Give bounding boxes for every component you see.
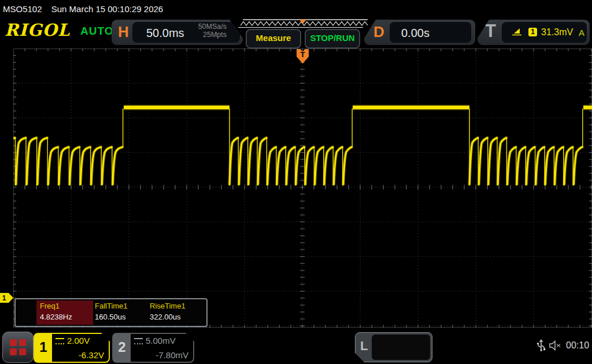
rigol-logo: RIGOL xyxy=(5,20,70,40)
measurement-value: 160.50us xyxy=(95,313,126,321)
trigger-settings-widget[interactable]: T 1 31.3mV A xyxy=(478,20,590,45)
dc-coupling-icon xyxy=(134,338,143,344)
oscilloscope-screen: { "titlebar": { "model": "MSO5102", "dat… xyxy=(0,0,592,364)
dc-coupling-icon xyxy=(56,338,64,344)
measurement-label: Freq1 xyxy=(40,302,60,310)
delay-value: 0.00s xyxy=(401,27,430,40)
speaker-muted-icon[interactable] xyxy=(549,340,563,351)
title-bar: MSO5102 Sun March 15 00:10:29 2026 xyxy=(0,0,592,17)
waveform-display-area[interactable]: T xyxy=(13,49,592,328)
channel2-offset: -7.80mV xyxy=(156,350,188,360)
trigger-slope-icon xyxy=(511,27,523,37)
timebase-value: 50.0ms xyxy=(146,27,184,40)
ground-marker-number: 1 xyxy=(2,294,6,302)
channel2-settings: 5.00mV -7.80mV xyxy=(134,336,188,360)
runtime-clock: 00:10 xyxy=(566,340,589,351)
logic-label: L xyxy=(360,339,368,354)
channel1-settings: 2.00V -6.32V xyxy=(56,336,104,360)
channel1-badge[interactable]: 1 2.00V -6.32V xyxy=(34,333,110,363)
horizontal-label: H xyxy=(118,23,129,41)
trigger-level-value: 31.3mV xyxy=(541,27,573,38)
window-layout-button[interactable] xyxy=(2,332,34,363)
usb-icon xyxy=(536,339,546,352)
toolbar: RIGOL AUTO H 50.0ms 50MSa/s 25Mpts Measu… xyxy=(0,17,592,49)
measurement-value: 4.8238Hz xyxy=(40,313,72,321)
model-name: MSO5102 xyxy=(3,4,42,14)
channel1-scale: 2.00V xyxy=(67,336,90,346)
trigger-label: T xyxy=(485,21,496,42)
delay-label: D xyxy=(373,23,384,41)
graticule-and-waveform xyxy=(13,49,592,328)
logic-row1: 0 1 2 3 4 5 6 7 xyxy=(377,359,430,364)
measurement-label: RiseTime1 xyxy=(150,302,186,310)
measurement-label: FallTime1 xyxy=(95,302,128,310)
trigger-position-marker[interactable]: T xyxy=(297,49,309,64)
channel-status-bar: 1 2.00V -6.32V 2 5.00mV -7.80mV L 0 1 2 … xyxy=(0,328,592,364)
sample-rate-memdepth: 50MSa/s 25Mpts xyxy=(198,23,227,39)
logic-channels-badge[interactable]: L 0 1 2 3 4 5 6 7 8 9 1011 12131415 xyxy=(355,332,432,362)
channel2-number-tab: 2 xyxy=(113,334,131,362)
stop-run-button[interactable]: STOP/RUN xyxy=(305,29,360,49)
trigger-marker-letter: T xyxy=(301,50,305,59)
trigger-source-badge: 1 xyxy=(528,28,537,36)
horizontal-settings-widget[interactable]: H 50.0ms 50MSa/s 25Mpts xyxy=(112,20,243,45)
memory-depth: 25Mpts xyxy=(198,31,227,39)
timebase-overview-strip[interactable] xyxy=(238,18,368,29)
measurement-results-panel[interactable]: Freq1 4.8238Hz FallTime1 160.50us RiseTi… xyxy=(14,298,208,327)
logic-channel-numbers: 0 1 2 3 4 5 6 7 8 9 1011 12131415 xyxy=(372,335,430,360)
channel1-offset: -6.32V xyxy=(79,350,104,360)
measure-button[interactable]: Measure xyxy=(246,29,301,49)
four-squares-icon xyxy=(10,339,26,355)
acquire-mode-label: AUTO xyxy=(80,25,113,38)
delay-widget[interactable]: D 0.00s xyxy=(364,20,475,45)
channel2-scale: 5.00mV xyxy=(146,336,176,346)
date-time: Sun March 15 00:10:29 2026 xyxy=(51,4,163,14)
sample-rate: 50MSa/s xyxy=(198,23,227,31)
channel1-number-tab: 1 xyxy=(35,334,52,362)
channel2-badge[interactable]: 2 5.00mV -7.80mV xyxy=(112,333,194,363)
channel1-ground-marker[interactable]: 1 xyxy=(0,293,13,303)
trigger-sweep-mode: A xyxy=(579,28,584,38)
measurement-value: 322.00us xyxy=(150,313,181,321)
